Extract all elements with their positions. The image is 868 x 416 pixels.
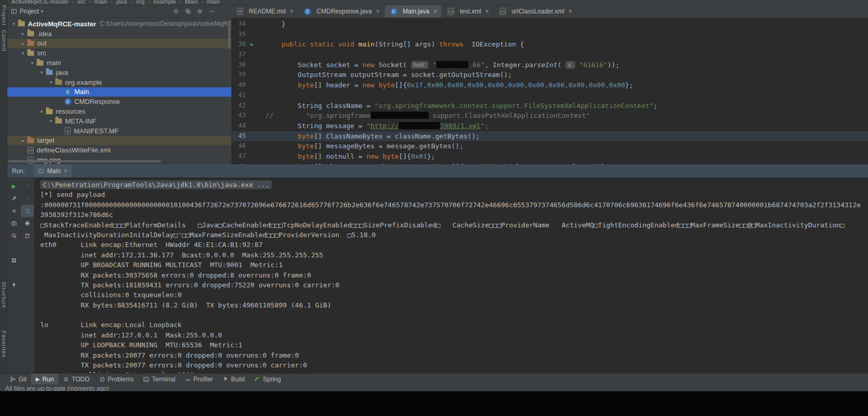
tab-urlclassloader-xml[interactable]: </>urlClassLoader.xml× bbox=[494, 5, 577, 18]
statusbar-item-spring[interactable]: Spring bbox=[249, 374, 286, 384]
locate-icon[interactable] bbox=[173, 8, 179, 14]
code-line-38[interactable]: 38 Socket socket = new Socket( host: ".6… bbox=[231, 60, 868, 70]
code-line-40[interactable]: 40 byte[] header = new byte[]{0x1f,0x00,… bbox=[231, 80, 868, 90]
scroll-up-button[interactable]: ↑ bbox=[21, 180, 34, 192]
console-icon bbox=[38, 168, 44, 174]
code-line-46[interactable]: 46 byte[] messageBytes = message.getByte… bbox=[231, 141, 868, 151]
chevron-down-icon[interactable]: ▾ bbox=[29, 60, 36, 66]
tree-item-manifest-mf[interactable]: ≡MANIFEST.MF bbox=[7, 126, 231, 136]
tab-cmdresponse-java[interactable]: CCMDResponse.java× bbox=[298, 5, 385, 18]
tree-item-main[interactable]: ▾main bbox=[7, 58, 231, 68]
stripe-tab-favorites[interactable]: Favorites bbox=[1, 331, 7, 358]
tree-item-resources[interactable]: ▾resources bbox=[7, 106, 231, 116]
run-line-icon[interactable]: ▶ bbox=[246, 39, 258, 50]
close-icon[interactable]: × bbox=[64, 167, 67, 175]
tree-item-activemqrce-master[interactable]: ▾ActiveMqRCE-masterC:\Users\Anonymous\De… bbox=[7, 19, 231, 29]
breadcrumb-item-activemqrce-master[interactable]: ActiveMqRCE-master bbox=[11, 0, 69, 5]
tree-item-meta-inf[interactable]: ▾META-INF bbox=[7, 116, 231, 126]
statusbar-item-todo[interactable]: TODO bbox=[58, 374, 94, 384]
tree-item-target[interactable]: ▸target bbox=[7, 136, 231, 146]
tree-item-org-example[interactable]: ▾org.example bbox=[7, 78, 231, 87]
statusbar-item-terminal[interactable]: Terminal bbox=[138, 374, 180, 384]
code-line-39[interactable]: 39 OutputStream outputStream = socket.ge… bbox=[231, 70, 868, 80]
breadcrumb-item-main[interactable]: Main bbox=[185, 0, 198, 5]
close-icon[interactable]: × bbox=[376, 8, 380, 15]
dump-threads-button[interactable] bbox=[7, 217, 21, 229]
breadcrumb-item-main[interactable]: main bbox=[207, 0, 219, 5]
project-panel-title[interactable]: Project bbox=[20, 8, 39, 15]
code-line-36[interactable]: 36▶ public static void main(String[] arg… bbox=[231, 39, 868, 50]
statusbar-item-problems[interactable]: Problems bbox=[94, 374, 139, 384]
tree-item-main[interactable]: CMain bbox=[7, 87, 231, 97]
stripe-tab-project[interactable]: Project bbox=[1, 5, 7, 26]
tab-readme-md[interactable]: MREADME.md× bbox=[231, 5, 298, 18]
chevron-right-icon[interactable]: ▸ bbox=[20, 41, 26, 46]
stripe-tab-structure[interactable]: Structure bbox=[1, 282, 7, 309]
statusbar-item-run[interactable]: ▶Run bbox=[31, 374, 58, 384]
run-console-output[interactable]: C:\Penetration\ProgramTools\Java\jdk1.8\… bbox=[34, 178, 868, 373]
restore-layout-button[interactable] bbox=[7, 254, 21, 267]
collapse-icon[interactable] bbox=[185, 8, 191, 14]
tab-main-java[interactable]: CMain.java× bbox=[385, 5, 442, 18]
clear-all-button[interactable] bbox=[21, 229, 34, 242]
coverage-button[interactable] bbox=[7, 229, 21, 242]
line-number: 45 bbox=[231, 131, 246, 142]
code-line-34[interactable]: 34 } bbox=[231, 19, 868, 29]
code-line-35[interactable]: 35 bbox=[231, 29, 868, 40]
close-icon[interactable]: × bbox=[569, 8, 572, 15]
url-link[interactable]: http:// bbox=[371, 122, 399, 130]
breadcrumb-item-org[interactable]: org bbox=[136, 0, 145, 5]
statusbar-item-profiler[interactable]: Profiler bbox=[180, 374, 218, 384]
chevron-down-icon[interactable]: ▾ bbox=[20, 51, 26, 56]
stop-button[interactable]: ■ bbox=[7, 205, 21, 217]
code-line-42[interactable]: 42 String className = "org.springframewo… bbox=[231, 101, 868, 111]
tab-test-xml[interactable]: </>test.xml× bbox=[442, 5, 494, 18]
pin-tab-button[interactable] bbox=[7, 279, 21, 291]
statusbar-item-git[interactable]: Git bbox=[5, 374, 31, 384]
gear-icon[interactable] bbox=[197, 8, 203, 14]
breadcrumb-item-java[interactable]: java bbox=[116, 0, 127, 5]
chevron-down-icon[interactable]: ▾ bbox=[10, 21, 17, 26]
close-icon[interactable]: × bbox=[485, 8, 489, 15]
url-link[interactable]: 3989/1.xml bbox=[440, 122, 480, 130]
code-token: "; bbox=[481, 122, 489, 130]
code-editor[interactable]: 34 }3536▶ public static void main(String… bbox=[231, 18, 868, 164]
code-line-37[interactable]: 37 bbox=[231, 50, 868, 60]
tree-item-idea[interactable]: ▸.idea bbox=[7, 29, 231, 39]
console-command[interactable]: C:\Penetration\ProgramTools\Java\jdk1.8\… bbox=[40, 180, 272, 189]
tree-item-defineclasswritefile-xml[interactable]: </>defineClassWriteFile.xml bbox=[7, 145, 231, 155]
horizontal-scrollbar[interactable] bbox=[8, 160, 161, 162]
project-tree: ▾ActiveMqRCE-masterC:\Users\Anonymous\De… bbox=[7, 19, 231, 164]
run-tab-main[interactable]: Main × bbox=[33, 164, 72, 177]
code-line-47[interactable]: 47 byte[] notnull = new byte[]{0x01}; bbox=[231, 151, 868, 162]
chevron-right-icon[interactable]: ▸ bbox=[20, 31, 26, 36]
breadcrumb-item-main[interactable]: main bbox=[94, 0, 107, 5]
print-button[interactable] bbox=[21, 217, 34, 229]
close-icon[interactable]: × bbox=[290, 8, 293, 15]
stripe-tab-commit[interactable]: Commit bbox=[1, 30, 7, 52]
chevron-right-icon[interactable]: ▸ bbox=[20, 138, 26, 143]
tree-item-src[interactable]: ▾src bbox=[7, 48, 231, 58]
statusbar-item-build[interactable]: Build bbox=[218, 374, 250, 384]
code-line-41[interactable]: 41 bbox=[231, 90, 868, 101]
run-settings-button[interactable] bbox=[7, 192, 21, 205]
rerun-button[interactable]: ▶ bbox=[7, 180, 21, 192]
code-token: byte bbox=[298, 142, 314, 150]
chevron-down-icon[interactable]: ▾ bbox=[48, 80, 54, 85]
tree-item-java[interactable]: ▾java bbox=[7, 68, 231, 78]
tree-item-cmdresponse[interactable]: CCMDResponse bbox=[7, 97, 231, 106]
breadcrumb-item-src[interactable]: src bbox=[77, 0, 85, 5]
chevron-down-icon[interactable]: ▾ bbox=[48, 118, 54, 124]
vertical-scrollbar[interactable] bbox=[228, 21, 230, 49]
breadcrumb-item-example[interactable]: example bbox=[153, 0, 176, 5]
hide-panel-icon[interactable] bbox=[209, 8, 215, 14]
code-line-44[interactable]: 44 String message = "http://3989/1.xml"; bbox=[231, 121, 868, 131]
chevron-down-icon[interactable]: ▾ bbox=[38, 109, 45, 114]
chevron-down-icon[interactable]: ▾ bbox=[38, 70, 45, 75]
scroll-down-button[interactable]: ↓ bbox=[21, 192, 34, 205]
tree-item-out[interactable]: ▸out bbox=[7, 39, 231, 49]
close-icon[interactable]: × bbox=[433, 8, 437, 15]
code-line-45[interactable]: 45 byte[] ClassNameBytes = className.get… bbox=[231, 131, 868, 142]
code-line-43[interactable]: 43// "org.springframe support.ClassPathX… bbox=[231, 111, 868, 121]
soft-wrap-toggle[interactable] bbox=[21, 205, 34, 217]
